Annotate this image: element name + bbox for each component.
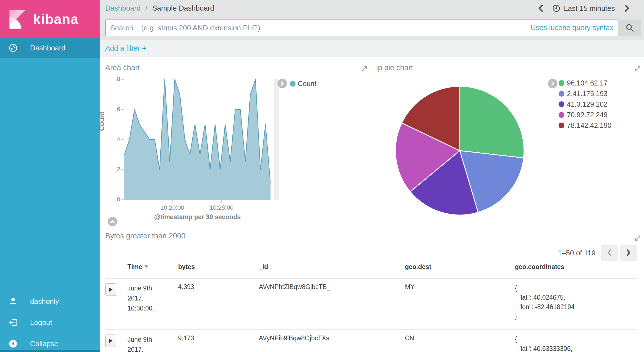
dashboard-gauge-icon — [8, 43, 18, 53]
search-bar: Uses lucene query syntax — [105, 19, 641, 36]
username-label: dashonly — [30, 297, 59, 306]
breadcrumb-current: Sample Dashboard — [152, 4, 214, 12]
x-tick-label: 10:25:00 — [199, 204, 244, 211]
caret-right-icon — [109, 339, 112, 343]
chevron-left-icon — [537, 4, 544, 13]
y-axis-label: Count — [98, 112, 106, 131]
area-chart-legend: Count — [277, 79, 316, 88]
column-header-geo-coordinates[interactable]: geo.coordinates — [515, 263, 637, 278]
column-header-bytes[interactable]: bytes — [178, 263, 259, 278]
time-next-button[interactable] — [623, 4, 631, 13]
cell-bytes: 9,173 — [178, 334, 259, 352]
x-tick-label: 10:20:00 — [150, 204, 195, 211]
y-tick-mark — [121, 169, 124, 170]
pie-panel-title: ip pie chart — [376, 63, 413, 72]
cell-id: AVyNPhtZlBqw8GjbcTB_ — [259, 283, 405, 329]
area-chart[interactable] — [124, 79, 271, 200]
pagination-prev-button[interactable] — [601, 245, 618, 261]
search-button[interactable] — [618, 19, 641, 36]
cell-id: AVyNPib9lBqw8GjbcTXs — [259, 334, 405, 352]
sidebar-item-collapse[interactable]: Collapse — [0, 333, 100, 352]
table-panel-title: Bytes greater than 2000 — [105, 232, 185, 240]
x-tick-mark — [172, 200, 173, 203]
legend-swatch — [559, 80, 564, 86]
y-tick-label: 4 — [117, 136, 120, 143]
pie-slice[interactable] — [460, 86, 524, 158]
sidebar-footer: dashonly Logout — [0, 291, 100, 352]
legend-label[interactable]: Count — [298, 80, 316, 88]
legend-label: 78.142.42.190 — [567, 121, 611, 129]
sidebar-item-user[interactable]: dashonly — [0, 291, 100, 312]
chevron-right-icon — [625, 249, 631, 256]
kibana-logo-mark — [7, 8, 30, 31]
logout-label: Logout — [30, 318, 52, 327]
legend-item[interactable]: 2.41.175.193 — [559, 89, 608, 98]
pie-chart[interactable] — [395, 86, 525, 216]
column-header-time[interactable]: Time — [127, 263, 178, 278]
legend-label: 41.3.129.202 — [567, 100, 608, 108]
lucene-syntax-link[interactable]: Uses lucene query syntax — [530, 23, 613, 32]
legend-swatch — [290, 81, 296, 87]
chevron-left-icon — [606, 249, 613, 256]
cell-bytes: 4,393 — [178, 283, 259, 329]
legend-toggle-button[interactable] — [548, 79, 557, 88]
chevron-up-icon — [110, 219, 115, 224]
collapse-label: Collapse — [30, 339, 58, 348]
y-tick-label: 8 — [117, 75, 120, 83]
legend-label: 2.41.175.193 — [567, 90, 608, 98]
kibana-app: kibana Dashboard — [0, 0, 644, 352]
legend-label: 70.92.72.249 — [567, 111, 608, 119]
sort-desc-icon[interactable] — [144, 265, 148, 268]
expand-icon[interactable] — [634, 234, 641, 242]
plus-icon: + — [142, 44, 146, 52]
y-tick-mark — [121, 199, 124, 200]
sidebar-bottom-strip — [0, 350, 100, 352]
cell-geo-dest: MY — [405, 283, 515, 329]
chevron-right-icon — [623, 4, 631, 13]
time-picker: Last 15 minutes — [537, 4, 631, 13]
y-tick-label: 0 — [117, 196, 120, 203]
y-tick-mark — [121, 109, 124, 110]
legend-swatch — [559, 112, 564, 118]
chevron-right-icon — [280, 81, 284, 86]
pagination-next-button[interactable] — [620, 245, 637, 261]
expand-icon[interactable] — [361, 65, 368, 72]
legend-swatch — [559, 123, 564, 128]
sidebar-item-label: Dashboard — [30, 44, 65, 52]
caret-right-icon — [109, 288, 112, 292]
row-expand-button[interactable] — [105, 334, 116, 347]
sidebar-item-logout[interactable]: Logout — [0, 312, 100, 333]
column-header--id[interactable]: _id — [259, 263, 405, 278]
legend-item[interactable]: 70.92.72.249 — [559, 111, 608, 119]
row-expand-button[interactable] — [105, 283, 116, 296]
cell-time: June 9th2017,10:30:00. — [127, 283, 178, 329]
legend-toggle-button[interactable] — [277, 79, 287, 88]
sidebar-item-dashboard[interactable]: Dashboard — [0, 38, 100, 58]
expand-icon[interactable] — [634, 65, 641, 72]
table-row: June 9th2017,9,173AVyNPib9lBqw8GjbcTXsCN… — [105, 330, 637, 352]
legend-swatch — [559, 101, 564, 107]
table-body: June 9th2017,10:30:00.4,393AVyNPhtZlBqw8… — [105, 279, 637, 352]
legend-swatch — [559, 91, 564, 97]
breadcrumb: Dashboard / Sample Dashboard — [105, 4, 214, 13]
legend-item[interactable]: 78.142.42.190 — [559, 121, 611, 129]
table-row: June 9th2017,10:30:00.4,393AVyNPhtZlBqw8… — [105, 279, 637, 330]
column-header-geo-dest[interactable]: geo.dest — [405, 263, 515, 278]
time-prev-button[interactable] — [537, 4, 544, 13]
time-range-label[interactable]: Last 15 minutes — [564, 4, 615, 13]
y-tick-mark — [121, 79, 124, 80]
user-icon — [8, 297, 18, 306]
pagination-range: 1–50 of 119 — [523, 249, 596, 257]
filter-bar — [100, 40, 644, 57]
chart-scroll-gutter — [274, 79, 279, 200]
x-tick-mark — [221, 200, 222, 203]
cell-geo-dest: CN — [405, 334, 515, 352]
clock-icon — [552, 4, 561, 13]
kibana-logo[interactable]: kibana — [0, 0, 100, 38]
legend-item[interactable]: 41.3.129.202 — [559, 100, 608, 108]
legend-collapse-button[interactable] — [108, 217, 117, 226]
brand-title: kibana — [33, 11, 78, 27]
legend-item[interactable]: 96.104.62.17 — [559, 79, 608, 87]
y-tick-label: 2 — [117, 166, 120, 173]
y-tick-mark — [121, 139, 124, 140]
